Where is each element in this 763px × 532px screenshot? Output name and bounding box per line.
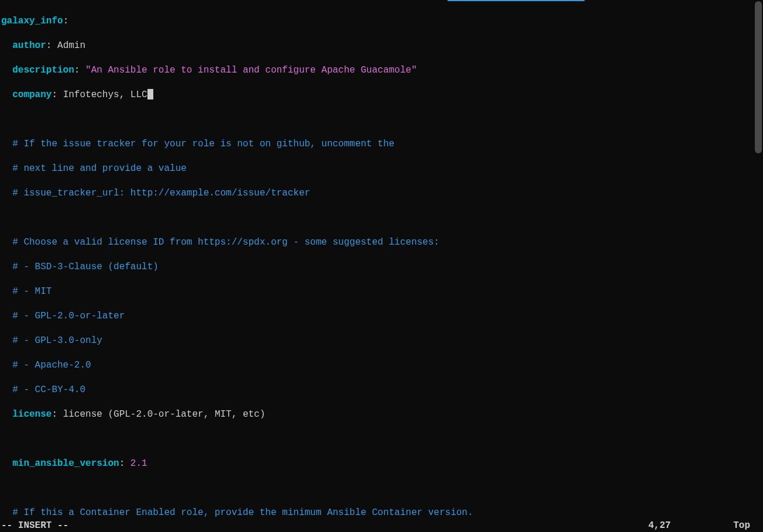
scroll-location: Top xyxy=(730,520,754,532)
comment-line: # issue_tracker_url: http://example.com/… xyxy=(0,187,754,200)
code-line: galaxy_info: xyxy=(0,15,754,28)
comment-line: # - BSD-3-Clause (default) xyxy=(0,261,754,273)
code-line: author: Admin xyxy=(0,40,754,52)
blank-line xyxy=(0,114,754,126)
blank-line xyxy=(0,212,754,224)
comment-line: # If the issue tracker for your role is … xyxy=(0,138,754,150)
vertical-scrollbar[interactable] xyxy=(754,0,763,532)
comment-line: # - MIT xyxy=(0,286,754,298)
vim-mode-indicator: -- INSERT -- xyxy=(1,520,648,532)
blank-line xyxy=(0,482,754,495)
blank-line xyxy=(0,433,754,445)
code-line: license: license (GPL-2.0-or-later, MIT,… xyxy=(0,409,754,421)
cursor-position: 4,27 xyxy=(648,520,730,532)
editor-content[interactable]: galaxy_info: author: Admin description: … xyxy=(0,0,754,520)
comment-line: # If this a Container Enabled role, prov… xyxy=(0,507,754,519)
comment-line: # - Apache-2.0 xyxy=(0,359,754,372)
comment-line: # Choose a valid license ID from https:/… xyxy=(0,236,754,249)
comment-line: # - GPL-2.0-or-later xyxy=(0,310,754,322)
scrollbar-thumb[interactable] xyxy=(755,1,762,153)
code-line-cursor: company: Infotechys, LLC xyxy=(0,89,754,101)
comment-line: # - GPL-3.0-only xyxy=(0,335,754,347)
text-cursor xyxy=(147,89,153,99)
vim-status-bar: -- INSERT -- 4,27 Top xyxy=(0,520,754,532)
comment-line: # next line and provide a value xyxy=(0,163,754,175)
comment-line: # - CC-BY-4.0 xyxy=(0,384,754,396)
code-line: description: "An Ansible role to install… xyxy=(0,64,754,77)
code-line: min_ansible_version: 2.1 xyxy=(0,458,754,470)
